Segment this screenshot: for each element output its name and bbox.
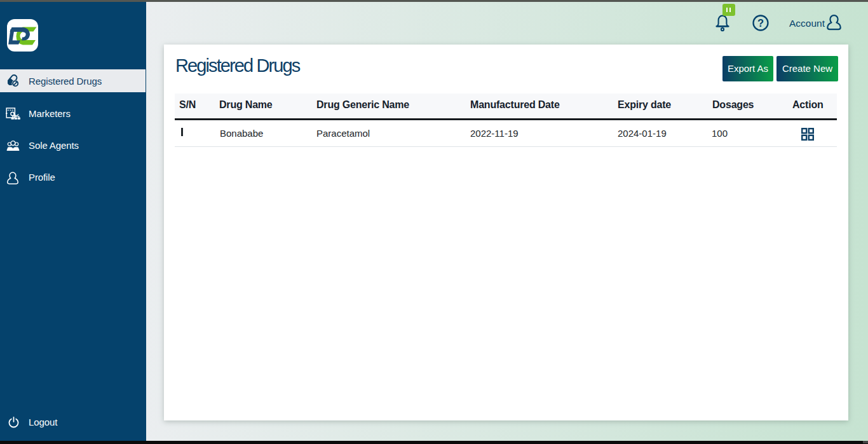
svg-text:?: ? bbox=[757, 17, 764, 29]
